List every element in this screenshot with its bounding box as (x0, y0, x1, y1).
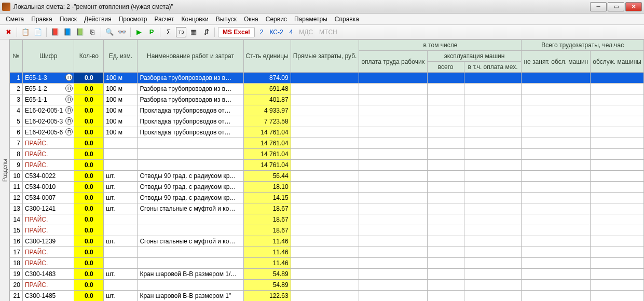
cell[interactable]: 0.0 (74, 214, 104, 225)
cell[interactable] (591, 84, 644, 94)
cell[interactable]: 0.0 (74, 280, 104, 291)
cell[interactable]: С300-1483 (22, 269, 74, 280)
cell[interactable] (427, 236, 464, 247)
cell[interactable]: 7 (10, 138, 23, 149)
table-row[interactable]: 10С534-00220.0шт.Отводы 90 град. с радиу… (10, 171, 644, 182)
cell[interactable]: 0.0 (74, 160, 104, 171)
table-row[interactable]: 19С300-14830.0шт.Кран шаровой В-В размер… (10, 269, 644, 280)
cell[interactable] (359, 73, 427, 84)
cell[interactable] (591, 149, 644, 160)
cell[interactable]: 18 (10, 258, 23, 269)
cell[interactable]: Е65-1-1П (22, 94, 74, 105)
cell[interactable] (464, 94, 522, 105)
cell[interactable] (522, 84, 591, 94)
cell[interactable] (291, 247, 359, 258)
cell[interactable]: 0.0 (74, 73, 104, 84)
toolbar-link-1[interactable]: КС-2 (266, 29, 286, 36)
cell[interactable] (464, 203, 522, 214)
cell[interactable] (138, 258, 243, 269)
cell[interactable]: Разборка трубопроводов из в… (138, 73, 243, 84)
cell[interactable]: Отводы 90 град. с радиусом кр… (138, 171, 243, 182)
cell[interactable] (464, 116, 522, 127)
cell[interactable]: 0.0 (74, 193, 104, 203)
cell[interactable]: Отводы 90 град. с радиусом кр… (138, 182, 243, 193)
menu-item-11[interactable]: Справка (331, 15, 363, 24)
table-row[interactable]: 13С300-12410.0шт.Сгоны стальные с муфтой… (10, 203, 644, 214)
cell[interactable] (291, 138, 359, 149)
col-header-labor[interactable]: оплата труда рабочих (359, 51, 427, 73)
cell[interactable] (464, 225, 522, 236)
cell[interactable] (291, 203, 359, 214)
cell[interactable]: С534-0010 (22, 182, 74, 193)
sum-icon[interactable]: Σ (163, 27, 174, 37)
cell[interactable]: С300-1485 (22, 291, 74, 302)
table-row[interactable]: 3Е65-1-1П0.0100 мРазборка трубопроводов … (10, 94, 644, 105)
close-button[interactable]: ✕ (625, 2, 642, 11)
menu-item-3[interactable]: Действия (80, 15, 115, 24)
cell[interactable] (138, 247, 243, 258)
col-header-tr-mach[interactable]: не занят. обсл. машин (522, 51, 591, 73)
cell[interactable]: 14 761.04 (243, 160, 291, 171)
cell[interactable] (591, 73, 644, 84)
cell[interactable]: Разборка трубопроводов из в… (138, 84, 243, 94)
cell[interactable] (291, 116, 359, 127)
cell[interactable] (427, 138, 464, 149)
minimize-button[interactable]: ─ (590, 2, 607, 11)
cell[interactable]: шт. (104, 203, 138, 214)
cell[interactable]: 11.46 (243, 258, 291, 269)
cell[interactable]: Е65-1-2П (22, 84, 74, 94)
cell[interactable] (591, 182, 644, 193)
book-red-icon[interactable]: 📕 (50, 27, 60, 37)
cell[interactable]: 15 (10, 225, 23, 236)
col-header-qty[interactable]: Кол-во (74, 40, 104, 73)
cell[interactable]: 11.46 (243, 236, 291, 247)
cell[interactable]: 21 (10, 291, 23, 302)
cell[interactable]: 14 (10, 214, 23, 225)
menu-item-0[interactable]: Смета (2, 15, 28, 24)
cell[interactable]: ПРАЙС. (22, 149, 74, 160)
cell[interactable]: 9 (10, 160, 23, 171)
cell[interactable] (464, 171, 522, 182)
cell[interactable]: ПРАЙС. (22, 214, 74, 225)
cell[interactable]: 1 (10, 73, 23, 84)
cell[interactable] (138, 149, 243, 160)
cell[interactable]: 100 м (104, 116, 138, 127)
cell[interactable] (591, 214, 644, 225)
cell[interactable]: шт. (104, 193, 138, 203)
cell[interactable] (427, 94, 464, 105)
cell[interactable] (359, 116, 427, 127)
cell[interactable] (427, 291, 464, 302)
cell[interactable]: 11.46 (243, 247, 291, 258)
cell[interactable]: 11 (10, 182, 23, 193)
cell[interactable] (591, 116, 644, 127)
cell[interactable] (522, 160, 591, 171)
cell[interactable] (359, 94, 427, 105)
cell[interactable] (591, 193, 644, 203)
cell[interactable]: 0.0 (74, 258, 104, 269)
cell[interactable] (359, 84, 427, 94)
cell[interactable]: Кран шаровой В-В размером 1" (138, 291, 243, 302)
cell[interactable] (359, 258, 427, 269)
cell[interactable] (464, 269, 522, 280)
cell[interactable]: 100 м (104, 127, 138, 138)
menu-item-8[interactable]: Окна (240, 15, 262, 24)
menu-item-1[interactable]: Правка (28, 15, 56, 24)
cell[interactable] (291, 258, 359, 269)
cell[interactable] (522, 138, 591, 149)
cell[interactable]: 13 (10, 203, 23, 214)
cell[interactable]: 874.09 (243, 73, 291, 84)
cell[interactable] (427, 116, 464, 127)
cell[interactable]: Прокладка трубопроводов от… (138, 127, 243, 138)
cell[interactable]: ПРАЙС. (22, 280, 74, 291)
cell[interactable] (359, 214, 427, 225)
cell[interactable] (522, 116, 591, 127)
cell[interactable]: 18.67 (243, 203, 291, 214)
cell[interactable]: Е16-02-005-6П (22, 127, 74, 138)
cell[interactable] (522, 280, 591, 291)
cell[interactable]: 14.15 (243, 193, 291, 203)
cell[interactable]: 4 933.97 (243, 105, 291, 116)
col-header-direct[interactable]: Прямые затраты, руб. (291, 40, 359, 73)
cell[interactable] (591, 236, 644, 247)
cell[interactable]: 0.0 (74, 138, 104, 149)
cell[interactable]: 0.0 (74, 203, 104, 214)
